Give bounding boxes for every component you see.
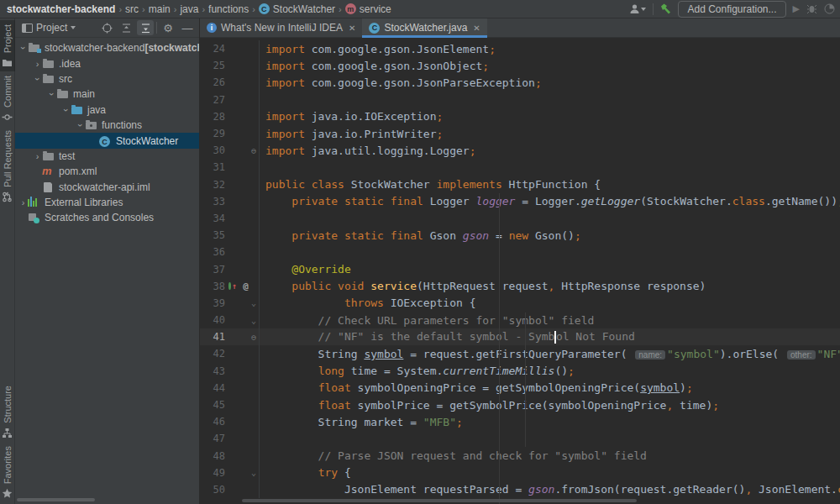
profiler-icon[interactable] [824, 3, 835, 14]
line-number[interactable]: 29 [200, 128, 225, 139]
code-line-45[interactable]: 45 float symbolPrice = getSymbolPrice(sy… [200, 396, 840, 413]
code-line-40[interactable]: 40⌄ // Check URL parameters for "symbol"… [200, 312, 840, 328]
fold-open-icon[interactable]: ⌄ [249, 295, 260, 312]
line-number[interactable]: 46 [200, 416, 225, 428]
code-line-27[interactable]: 27 [200, 92, 840, 108]
line-number[interactable]: 42 [200, 348, 225, 360]
collapse-all-icon[interactable] [137, 20, 154, 35]
line-number[interactable]: 26 [200, 76, 225, 88]
code-line-44[interactable]: 44 float symbolOpeningPrice = getSymbolO… [200, 380, 840, 396]
stripe-button-structure[interactable]: Structure [0, 381, 15, 442]
code-line-36[interactable]: 36 [200, 244, 840, 260]
tree-item-java[interactable]: ›java [15, 102, 199, 118]
chevron-down-icon[interactable]: › [76, 121, 86, 130]
line-number[interactable]: 48 [200, 450, 225, 462]
line-number[interactable]: 39 [200, 297, 225, 309]
override-gutter-icon[interactable]: ↑ @ [225, 281, 249, 291]
code-line-31[interactable]: 31 [200, 159, 840, 176]
chevron-right-icon[interactable]: › [33, 151, 42, 161]
tab-stockwatcher-java[interactable]: CStockWatcher.java✕ [362, 18, 486, 37]
tree-item-pom-xml[interactable]: mpom.xml [15, 164, 199, 179]
expand-all-icon[interactable] [118, 20, 134, 35]
settings-gear-icon[interactable]: ⚙ [160, 20, 176, 35]
line-number[interactable]: 45 [200, 399, 225, 411]
chevron-down-icon[interactable]: › [18, 44, 29, 53]
tree-item-scratches-and-consoles[interactable]: Scratches and Consoles [15, 210, 199, 225]
code-line-26[interactable]: 26import com.google.gson.JsonParseExcept… [200, 74, 840, 91]
code-line-47[interactable]: 47 [200, 430, 840, 447]
code-line-35[interactable]: 35 private static final Gson gson = new … [200, 227, 840, 244]
code-line-38[interactable]: 38↑ @ public void service(HttpRequest re… [200, 278, 840, 295]
line-number[interactable]: 33 [200, 196, 225, 207]
line-number[interactable]: 50 [200, 484, 225, 496]
add-configuration-button[interactable]: Add Configuration... [678, 1, 785, 18]
line-number[interactable]: 30 [200, 144, 225, 156]
code-line-32[interactable]: 32public class StockWatcher implements H… [200, 176, 840, 193]
stripe-button-favorites[interactable]: Favorites [0, 442, 15, 502]
tree-item-external-libraries[interactable]: ›External Libraries [15, 195, 199, 210]
chevron-right-icon[interactable]: › [33, 59, 42, 69]
fold-end-icon[interactable]: ⊖ [249, 328, 260, 345]
stripe-button-project[interactable]: Project [0, 20, 15, 71]
stripe-button-commit[interactable]: Commit [0, 71, 15, 126]
code-line-33[interactable]: 33 private static final Logger logger = … [200, 193, 840, 210]
code-line-37[interactable]: 37 @Override [200, 260, 840, 277]
line-number[interactable]: 28 [200, 111, 225, 123]
user-icon[interactable] [629, 3, 646, 14]
stripe-button-pull-requests[interactable]: Pull Requests [0, 126, 15, 206]
tree-item-main[interactable]: ›main [15, 87, 199, 102]
line-number[interactable]: 32 [200, 179, 225, 191]
close-icon[interactable]: ✕ [473, 24, 480, 33]
tree-item-src[interactable]: ›src [15, 71, 199, 87]
breadcrumb-item-functions[interactable]: functions [208, 3, 249, 15]
code-line-34[interactable]: 34 [200, 210, 840, 227]
breadcrumb-item-service[interactable]: mservice [345, 3, 391, 15]
chevron-down-icon[interactable]: › [47, 90, 57, 99]
code-line-48[interactable]: 48 // Parse JSON request and check for "… [200, 448, 840, 465]
line-number[interactable]: 27 [200, 94, 225, 106]
line-number[interactable]: 34 [200, 213, 225, 224]
tree-item-stockwatcher[interactable]: CStockWatcher [15, 133, 199, 148]
breadcrumb-item-stockwatcher[interactable]: CStockWatcher [259, 3, 335, 15]
code-line-28[interactable]: 28import java.io.IOException; [200, 108, 840, 125]
line-number[interactable]: 41 [200, 331, 225, 343]
fold-end-icon[interactable]: ⊖ [249, 142, 260, 159]
chevron-down-icon[interactable]: › [33, 74, 43, 83]
line-number[interactable]: 37 [200, 264, 225, 276]
tab-what-s-new-in-intellij-idea[interactable]: iWhat's New in IntelliJ IDEA✕ [200, 18, 362, 37]
code-line-30[interactable]: 30⊖import java.util.logging.Logger; [200, 142, 840, 159]
line-number[interactable]: 38 [200, 281, 225, 292]
fold-open-icon[interactable]: ⌄ [249, 465, 260, 481]
code-line-41[interactable]: 41⊖ // "NF" is the default symbol - Symb… [200, 328, 840, 345]
code-line-24[interactable]: 24import com.google.gson.JsonElement; [200, 40, 840, 57]
line-number[interactable]: 43 [200, 365, 225, 377]
tree-item-stockwatcher-api-iml[interactable]: stockwatcher-api.iml [15, 180, 199, 195]
tree-item-functions[interactable]: ›functions [15, 118, 199, 133]
close-icon[interactable]: ✕ [349, 24, 355, 33]
chevron-down-icon[interactable]: › [61, 105, 71, 114]
project-horizontal-scrollbar[interactable] [17, 498, 95, 501]
code-line-43[interactable]: 43 long time = System.currentTimeMillis(… [200, 363, 840, 380]
line-number[interactable]: 49 [200, 467, 225, 479]
line-number[interactable]: 44 [200, 382, 225, 394]
code-line-39[interactable]: 39⌄ throws IOException { [200, 295, 840, 312]
breadcrumb-item-main[interactable]: main [149, 3, 171, 15]
breadcrumb-item-src[interactable]: src [125, 3, 139, 15]
code-line-25[interactable]: 25import com.google.gson.JsonObject; [200, 57, 840, 74]
chevron-right-icon[interactable]: › [18, 197, 28, 207]
line-number[interactable]: 31 [200, 161, 225, 173]
build-hammer-icon[interactable] [660, 3, 671, 14]
code-line-29[interactable]: 29import java.io.PrintWriter; [200, 125, 840, 142]
code-line-50[interactable]: 50 JsonElement requestParsed = gson.from… [200, 481, 840, 498]
tree-item-test[interactable]: ›test [15, 149, 199, 164]
code-line-46[interactable]: 46 String market = "MFB"; [200, 413, 840, 430]
code-line-42[interactable]: 42 String symbol = request.getFirstQuery… [200, 345, 840, 362]
editor-horizontal-scrollbar[interactable] [242, 499, 637, 502]
code-editor[interactable]: 24import com.google.gson.JsonElement;25i… [200, 38, 840, 504]
line-number[interactable]: 36 [200, 246, 225, 258]
breadcrumb-item-stockwatcher-backend[interactable]: stockwatcher-backend [7, 3, 115, 15]
line-number[interactable]: 35 [200, 229, 225, 241]
debug-icon[interactable] [806, 3, 817, 14]
breadcrumb-item-java[interactable]: java [180, 3, 198, 15]
line-number[interactable]: 24 [200, 43, 225, 55]
